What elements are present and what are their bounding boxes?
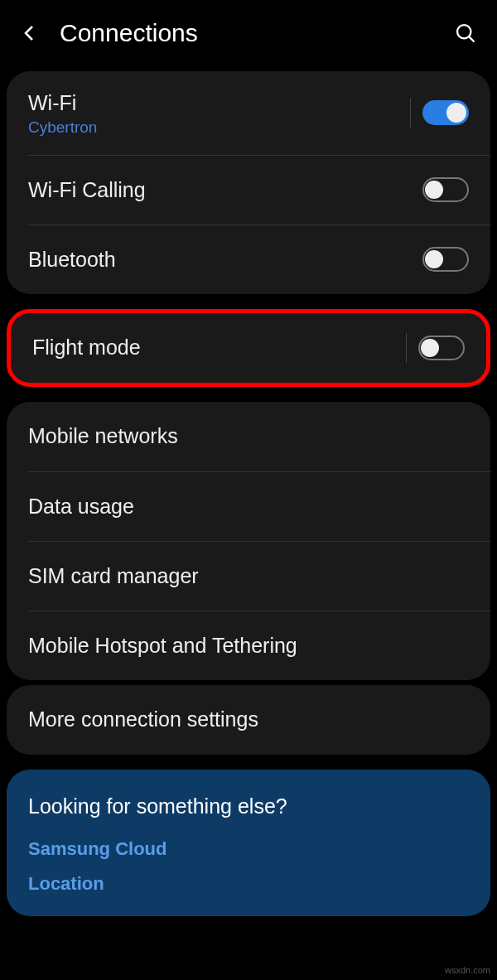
row-wifi[interactable]: Wi-Fi Cybertron [7,71,490,155]
row-data-usage[interactable]: Data usage [28,471,490,541]
svg-line-1 [469,36,474,41]
svg-point-0 [457,25,470,38]
wifi-label: Wi-Fi [28,89,410,117]
watermark: wsxdn.com [445,965,490,975]
wifi-calling-toggle[interactable] [422,177,469,202]
row-more-settings[interactable]: More connection settings [7,685,490,755]
card-mobile: Mobile networks Data usage SIM card mana… [7,402,490,680]
search-icon[interactable] [454,22,477,45]
divider [406,333,407,363]
row-wifi-calling[interactable]: Wi-Fi Calling [28,155,490,224]
promo-link-cloud[interactable]: Samsung Cloud [28,838,469,860]
flight-mode-toggle[interactable] [418,336,465,360]
row-sim-manager[interactable]: SIM card manager [28,541,490,611]
row-mobile-networks[interactable]: Mobile networks [7,402,490,471]
wifi-calling-label: Wi-Fi Calling [28,176,422,204]
page-title: Connections [60,19,454,47]
card-connectivity: Wi-Fi Cybertron Wi-Fi Calling Bluetooth [7,71,490,294]
promo-link-location[interactable]: Location [28,873,469,895]
card-more: More connection settings [7,685,490,755]
promo-card: Looking for something else? Samsung Clou… [7,770,490,916]
back-icon[interactable] [20,23,40,43]
row-flight-mode[interactable]: Flight mode [11,313,486,383]
wifi-toggle[interactable] [422,100,469,125]
promo-title: Looking for something else? [28,794,469,818]
divider [410,98,411,128]
header: Connections [0,0,497,66]
bluetooth-toggle[interactable] [422,247,469,272]
flight-mode-label: Flight mode [32,334,406,361]
row-bluetooth[interactable]: Bluetooth [28,224,490,294]
bluetooth-label: Bluetooth [28,246,422,273]
wifi-network: Cybertron [28,118,410,137]
row-hotspot[interactable]: Mobile Hotspot and Tethering [28,611,490,680]
card-flight-highlighted: Flight mode [7,309,490,387]
